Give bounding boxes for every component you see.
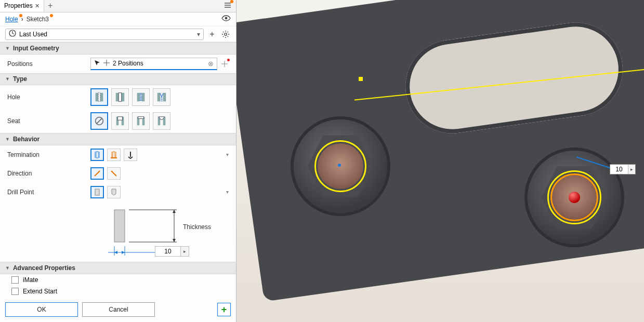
svg-rect-8 bbox=[119, 93, 122, 102]
termination-through[interactable] bbox=[107, 149, 121, 161]
seat-spotface[interactable] bbox=[132, 112, 150, 130]
add-position-icon[interactable] bbox=[220, 60, 229, 68]
diameter-input-group: ▸ bbox=[155, 246, 189, 257]
settings-icon[interactable] bbox=[220, 29, 231, 39]
drillpoint-angle[interactable] bbox=[107, 186, 121, 198]
preset-value: Last Used bbox=[19, 31, 47, 38]
apply-plus-button[interactable]: + bbox=[217, 303, 231, 316]
section-input-geometry[interactable]: ▼ Input Geometry bbox=[0, 42, 236, 55]
cancel-button[interactable]: Cancel bbox=[82, 302, 155, 317]
breadcrumb-current: Sketch3 bbox=[27, 16, 49, 23]
seat-counterbore[interactable] bbox=[111, 112, 129, 130]
section-type[interactable]: ▼ Type bbox=[0, 73, 236, 86]
breadcrumb-root-label: Hole bbox=[5, 16, 18, 23]
close-icon[interactable]: ✕ bbox=[35, 3, 40, 9]
direction-label: Direction bbox=[7, 170, 85, 177]
chevron-down-icon bbox=[197, 31, 200, 38]
direction-default[interactable] bbox=[90, 167, 104, 180]
breadcrumb: Hole › Sketch3 bbox=[0, 12, 236, 27]
svg-rect-9 bbox=[137, 93, 140, 102]
hole-type-tapped[interactable] bbox=[132, 88, 150, 106]
extend-start-checkbox[interactable] bbox=[11, 288, 19, 295]
diameter-input[interactable] bbox=[155, 246, 181, 257]
row-seat-type: Seat bbox=[0, 109, 236, 133]
svg-rect-6 bbox=[116, 93, 119, 102]
panel-tabbar: Properties ✕ + bbox=[0, 0, 236, 12]
row-imate: iMate bbox=[0, 274, 236, 286]
svg-rect-7 bbox=[122, 93, 125, 102]
tab-properties[interactable]: Properties ✕ bbox=[0, 0, 44, 12]
properties-panel: Properties ✕ + Hole › Sketch3 Last Used bbox=[0, 0, 236, 322]
hole-boss-right[interactable] bbox=[528, 151, 621, 244]
row-hole-type: Hole bbox=[0, 85, 236, 109]
chevron-down-icon[interactable]: ▾ bbox=[226, 189, 229, 195]
hole-boss-left[interactable] bbox=[294, 119, 387, 213]
drillpoint-flat[interactable] bbox=[90, 186, 104, 198]
hole-type-simple[interactable] bbox=[90, 88, 108, 106]
cursor-icon bbox=[94, 60, 100, 68]
seat-label: Seat bbox=[7, 117, 85, 125]
viewport-dim-field[interactable] bbox=[610, 165, 628, 174]
active-point-handle[interactable] bbox=[569, 192, 580, 203]
seat-none[interactable] bbox=[90, 112, 108, 130]
svg-rect-11 bbox=[157, 93, 161, 102]
svg-rect-22 bbox=[96, 152, 98, 158]
viewport-dimension-input: ▸ bbox=[610, 164, 636, 175]
section-advanced[interactable]: ▼ Advanced Properties bbox=[0, 262, 236, 274]
svg-rect-3 bbox=[96, 93, 99, 102]
collapse-icon: ▼ bbox=[5, 137, 10, 142]
svg-rect-10 bbox=[142, 93, 145, 102]
panel-menu-icon[interactable] bbox=[224, 1, 232, 11]
svg-rect-19 bbox=[138, 117, 144, 119]
drillpoint-label: Drill Point bbox=[7, 189, 85, 196]
breadcrumb-root-link[interactable]: Hole bbox=[5, 16, 18, 23]
termination-to[interactable] bbox=[124, 149, 137, 161]
svg-rect-12 bbox=[163, 93, 166, 102]
hole-type-taper[interactable] bbox=[153, 88, 170, 106]
crosshair-icon bbox=[103, 60, 110, 68]
cancel-label: Cancel bbox=[109, 306, 128, 313]
clock-icon bbox=[9, 30, 16, 38]
svg-rect-24 bbox=[114, 210, 125, 242]
section-behavior[interactable]: ▼ Behavior bbox=[0, 133, 236, 145]
row-termination: Termination ▾ bbox=[0, 145, 236, 164]
add-tab-button[interactable]: + bbox=[44, 0, 57, 12]
row-positions: Positions 2 Positions ⊗ bbox=[0, 55, 236, 73]
hole-diagram: Thickness ▸ bbox=[0, 204, 236, 260]
preset-row: Last Used + bbox=[0, 26, 236, 42]
svg-rect-5 bbox=[98, 93, 100, 102]
collapse-icon: ▼ bbox=[5, 265, 10, 271]
breadcrumb-current-label: Sketch3 bbox=[27, 16, 49, 23]
diameter-spinner[interactable]: ▸ bbox=[181, 246, 189, 257]
3d-viewport[interactable]: ▸ bbox=[236, 0, 644, 322]
collapse-icon: ▼ bbox=[5, 76, 10, 82]
svg-rect-23 bbox=[95, 189, 99, 195]
collapse-icon: ▼ bbox=[5, 46, 10, 51]
row-extend-start: Extend Start bbox=[0, 286, 236, 297]
positions-field[interactable]: 2 Positions ⊗ bbox=[90, 58, 217, 70]
svg-rect-16 bbox=[117, 117, 122, 120]
section-label: Input Geometry bbox=[13, 45, 59, 52]
viewport-dim-spinner[interactable]: ▸ bbox=[628, 165, 635, 174]
svg-point-2 bbox=[225, 33, 227, 35]
clear-icon[interactable]: ⊗ bbox=[208, 60, 214, 68]
section-label: Advanced Properties bbox=[13, 264, 75, 272]
row-direction: Direction bbox=[0, 164, 236, 183]
positions-label: Positions bbox=[7, 60, 85, 68]
tab-label: Properties bbox=[4, 2, 33, 9]
visibility-icon[interactable] bbox=[221, 14, 231, 24]
ok-button[interactable]: OK bbox=[5, 302, 78, 317]
direction-flip[interactable] bbox=[107, 167, 121, 180]
add-preset-button[interactable]: + bbox=[207, 29, 217, 39]
preset-select[interactable]: Last Used bbox=[5, 29, 204, 40]
seat-countersink[interactable] bbox=[153, 112, 170, 130]
imate-checkbox[interactable] bbox=[11, 276, 19, 284]
svg-rect-4 bbox=[100, 93, 103, 102]
termination-distance[interactable] bbox=[90, 149, 104, 161]
thickness-label: Thickness bbox=[183, 223, 211, 231]
row-drill-point: Drill Point ▾ bbox=[0, 183, 236, 202]
hole-type-clearance[interactable] bbox=[111, 88, 129, 106]
panel-footer: OK Cancel + bbox=[0, 297, 236, 322]
chevron-down-icon[interactable]: ▾ bbox=[226, 152, 229, 157]
section-label: Type bbox=[13, 75, 27, 83]
